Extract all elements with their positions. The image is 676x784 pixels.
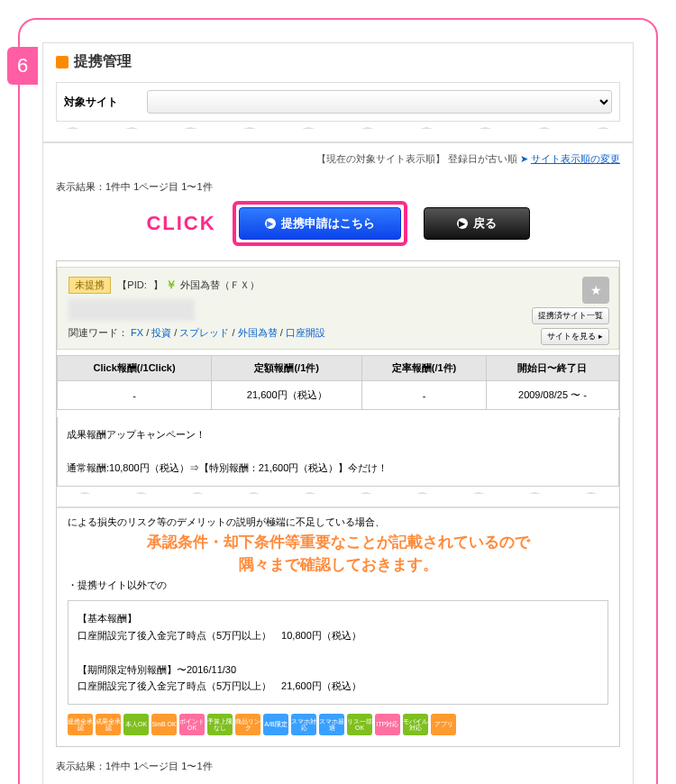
blurred-name	[69, 299, 195, 321]
step-badge: 6	[7, 47, 38, 85]
tag: リス一部OK	[347, 714, 372, 735]
detail-l1: 口座開設完了後入金完了時点（5万円以上） 10,800円（税込）	[78, 627, 598, 644]
partner-site-list-button[interactable]: 提携済サイト一覧	[532, 307, 609, 324]
th-click: Click報酬(/1Click)	[58, 356, 212, 381]
tag: ITP対応	[375, 714, 400, 735]
favorite-star-icon[interactable]: ★	[582, 277, 609, 304]
tag: スマホ対応	[291, 714, 316, 735]
tag: 商品リンク	[235, 714, 260, 735]
yen-icon: ￥	[166, 278, 177, 291]
promo-header: 未提携 【PID: 】 ￥ 外国為替（ＦＸ） 関連ワード： FX / 投資 / …	[57, 267, 619, 350]
keyword-link[interactable]: FX	[131, 327, 143, 338]
page-title-text: 提携管理	[74, 52, 132, 71]
notes-text: による損失のリスク等のデメリットの説明が極端に不足している場合、	[68, 514, 608, 531]
tag-row: 提携全承認 成果全承認 本人OK SmB OK ポイントOK 予算上限なし 商品…	[68, 714, 608, 735]
detail-h1: 【基本報酬】	[78, 610, 598, 627]
tag: 提携全承認	[68, 714, 93, 735]
tag: SmB OK	[151, 714, 177, 735]
keyword-link[interactable]: 投資	[151, 327, 171, 338]
wavy-divider	[57, 492, 619, 508]
arrow-icon: ➤	[520, 153, 528, 164]
site-select[interactable]	[147, 90, 612, 114]
td: -	[58, 381, 212, 410]
sort-change-link[interactable]: サイト表示順の変更	[531, 153, 620, 164]
click-annotation: CLICK	[146, 212, 215, 235]
arrow-icon: ▶	[265, 218, 276, 229]
sort-prefix: 【現在の対象サイト表示順】	[316, 153, 445, 164]
detail-h2: 【期間限定特別報酬】〜2016/11/30	[78, 661, 598, 679]
tag: スマホ最適	[319, 714, 344, 735]
tag: アプリ	[431, 714, 456, 735]
campaign-box: 成果報酬アップキャンペーン！ 通常報酬:10,800円（税込）⇒【特別報酬：21…	[57, 417, 619, 487]
site-selector-row: 対象サイト	[56, 82, 620, 122]
sort-line: 【現在の対象サイト表示順】 登録日が古い順 ➤ サイト表示順の変更	[56, 149, 620, 173]
apply-button-label: 提携申請はこちら	[281, 215, 375, 232]
back-button-label: 戻る	[473, 215, 497, 232]
tag: ポイントOK	[179, 714, 205, 735]
detail-l2: 口座開設完了後入金完了時点（5万円以上） 21,600円（税込）	[78, 678, 598, 695]
wavy-divider	[43, 127, 633, 143]
result-line-bottom: 表示結果：1件中 1ページ目 1〜1件	[56, 760, 620, 773]
promo-category: 外国為替（ＦＸ）	[180, 279, 260, 290]
status-badge: 未提携	[69, 277, 111, 294]
arrow-icon: ▶	[457, 218, 468, 229]
side-buttons: ★ 提携済サイト一覧 サイトを見る ▸	[532, 277, 609, 345]
button-row-top: CLICK ▶ 提携申請はこちら ▶ 戻る	[56, 201, 620, 246]
tag: 成果全承認	[96, 714, 121, 735]
pid-suffix: 】	[153, 279, 163, 290]
site-label: 対象サイト	[64, 95, 136, 110]
tag: A/B限定	[263, 714, 288, 735]
notes-text: ・提携サイト以外での	[68, 577, 608, 594]
keyword-link[interactable]: 外国為替	[238, 327, 278, 338]
reward-table: Click報酬(/1Click) 定額報酬(/1件) 定率報酬(/1件) 開始日…	[57, 355, 619, 410]
tag: 予算上限なし	[207, 714, 233, 735]
keyword-link[interactable]: スプレッド	[179, 327, 229, 338]
highlight-frame: ▶ 提携申請はこちら	[233, 201, 407, 246]
td: 21,600円（税込）	[212, 381, 362, 410]
campaign-title: 成果報酬アップキャンペーン！	[67, 426, 609, 443]
th-rate: 定率報酬(/1件)	[362, 356, 487, 381]
sort-current: 登録日が古い順	[448, 153, 517, 164]
table-row: - 21,600円（税込） - 2009/08/25 〜 -	[58, 381, 619, 410]
tag: モバイル対応	[403, 714, 428, 735]
tag: 本人OK	[123, 714, 149, 735]
campaign-line: 通常報酬:10,800円（税込）⇒【特別報酬：21,600円（税込）】今だけ！	[67, 460, 609, 477]
th-fixed: 定額報酬(/1件)	[212, 356, 362, 381]
keyword-line: 関連ワード： FX / 投資 / スプレッド / 外国為替 / 口座開設	[69, 326, 607, 340]
result-line-top: 表示結果：1件中 1ページ目 1〜1件	[56, 180, 620, 194]
reward-detail-box: 【基本報酬】 口座開設完了後入金完了時点（5万円以上） 10,800円（税込） …	[68, 600, 608, 704]
pid-label: 【PID:	[117, 279, 146, 290]
keyword-label: 関連ワード：	[69, 327, 128, 338]
page-title: 提携管理	[56, 52, 620, 71]
keyword-link[interactable]: 口座開設	[286, 327, 325, 338]
th-period: 開始日〜終了日	[486, 356, 618, 381]
overlay-annotation: 承認条件・却下条件等重要なことが記載されているので 隅々まで確認しておきます。	[68, 531, 608, 577]
back-button-top[interactable]: ▶ 戻る	[424, 207, 530, 240]
td: -	[362, 381, 487, 410]
view-site-button[interactable]: サイトを見る ▸	[541, 328, 609, 345]
td: 2009/08/25 〜 -	[486, 381, 618, 410]
apply-button-top[interactable]: ▶ 提携申請はこちら	[239, 207, 401, 240]
main-panel: 提携管理 対象サイト 【現在の対象サイト表示順】 登録日が古い順 ➤ サイト表示…	[42, 42, 634, 784]
title-icon	[56, 56, 69, 68]
